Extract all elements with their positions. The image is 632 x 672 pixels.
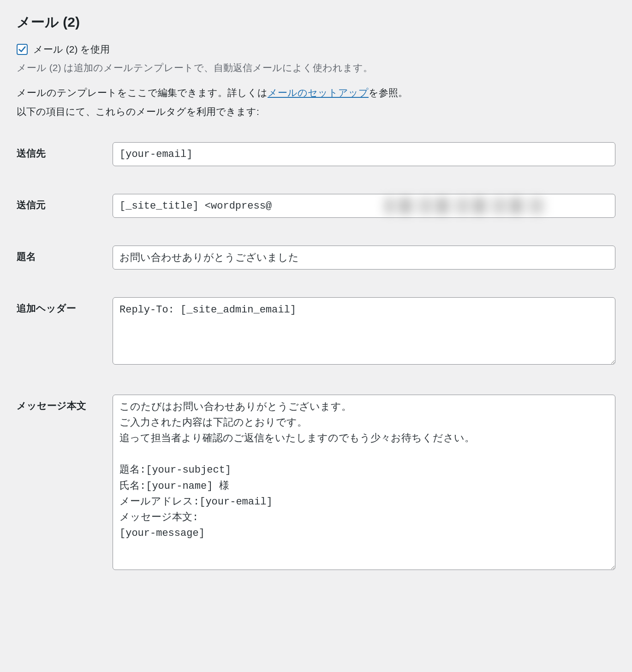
input-to[interactable] bbox=[113, 142, 615, 166]
input-headers[interactable] bbox=[113, 297, 615, 365]
check-icon bbox=[18, 45, 26, 54]
input-from[interactable] bbox=[113, 194, 615, 218]
mail2-form-table: 送信先 送信元 題名 追加ヘッダー bbox=[17, 142, 615, 600]
input-body[interactable] bbox=[113, 395, 615, 570]
input-subject[interactable] bbox=[113, 246, 615, 270]
label-body: メッセージ本文 bbox=[17, 395, 113, 600]
mail2-panel: メール (2) メール (2) を使用 メール (2) は追加のメールテンプレー… bbox=[0, 0, 632, 618]
row-headers: 追加ヘッダー bbox=[17, 297, 615, 395]
label-subject: 題名 bbox=[17, 246, 113, 297]
template-edit-note-suffix: を参照。 bbox=[369, 87, 408, 98]
use-mail2-label[interactable]: メール (2) を使用 bbox=[33, 43, 110, 56]
use-mail2-checkbox[interactable] bbox=[17, 44, 28, 55]
label-from: 送信元 bbox=[17, 194, 113, 246]
label-to: 送信先 bbox=[17, 142, 113, 194]
section-title: メール (2) bbox=[17, 13, 615, 32]
row-from: 送信元 bbox=[17, 194, 615, 246]
template-edit-note: メールのテンプレートをここで編集できます。詳しくはメールのセットアップを参照。 bbox=[17, 84, 615, 101]
row-subject: 題名 bbox=[17, 246, 615, 297]
row-to: 送信先 bbox=[17, 142, 615, 194]
mail2-description: メール (2) は追加のメールテンプレートで、自動返信メールによく使われます。 bbox=[17, 60, 615, 76]
row-body: メッセージ本文 bbox=[17, 395, 615, 600]
mail-tags-note: 以下の項目にて、これらのメールタグを利用できます: bbox=[17, 103, 615, 120]
use-mail2-row: メール (2) を使用 bbox=[17, 43, 615, 56]
mail-setup-link[interactable]: メールのセットアップ bbox=[268, 87, 369, 98]
label-headers: 追加ヘッダー bbox=[17, 297, 113, 395]
template-edit-note-prefix: メールのテンプレートをここで編集できます。詳しくは bbox=[17, 87, 268, 98]
